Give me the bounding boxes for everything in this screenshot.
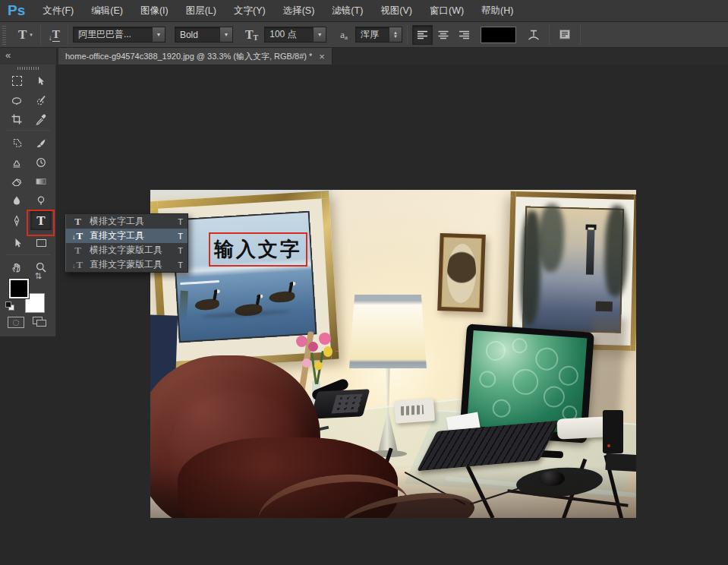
font-style-value: Bold bbox=[175, 30, 219, 40]
goose bbox=[269, 291, 295, 303]
quick-mask-icon bbox=[13, 320, 19, 326]
menu-layer[interactable]: 图层(L) bbox=[186, 5, 216, 17]
font-family-select[interactable]: 阿里巴巴普... ▼ bbox=[73, 27, 165, 43]
screen-mode-icon bbox=[31, 315, 48, 328]
tab-bar: home-office-g94574c388_1920.jpg @ 33.3% … bbox=[56, 48, 728, 65]
menu-help[interactable]: 帮助(H) bbox=[481, 5, 513, 17]
menu-type[interactable]: 文字(Y) bbox=[234, 5, 266, 17]
flyout-item-horizontal-type[interactable]: T 横排文字工具 T bbox=[65, 214, 188, 229]
crop-tool[interactable] bbox=[6, 109, 27, 128]
crop-icon bbox=[11, 113, 23, 125]
clone-stamp-icon bbox=[11, 156, 23, 169]
path-selection-tool[interactable] bbox=[6, 233, 27, 252]
flyout-item-shortcut: T bbox=[174, 232, 183, 241]
document-tab[interactable]: home-office-g94574c388_1920.jpg @ 33.3% … bbox=[58, 48, 332, 65]
blur-tool[interactable] bbox=[6, 191, 27, 210]
hand-tool[interactable] bbox=[6, 257, 27, 276]
separator bbox=[407, 25, 408, 45]
anti-alias-select[interactable]: 浑厚 ▲ ▼ bbox=[355, 27, 402, 43]
font-style-select[interactable]: Bold ▼ bbox=[175, 27, 233, 43]
quick-mask-button[interactable] bbox=[8, 317, 24, 328]
menu-edit[interactable]: 编辑(E) bbox=[91, 5, 123, 17]
chevron-down-icon: ▾ bbox=[30, 32, 33, 38]
healing-patch-icon bbox=[11, 137, 23, 150]
clone-stamp-tool[interactable] bbox=[6, 153, 27, 172]
font-size-dropdown-button[interactable]: ▼ bbox=[313, 27, 326, 42]
brush-tool[interactable] bbox=[30, 134, 52, 153]
marquee-tool[interactable] bbox=[6, 71, 27, 90]
align-left-icon bbox=[417, 30, 429, 40]
rectangle-icon bbox=[36, 239, 46, 247]
close-icon[interactable]: × bbox=[319, 52, 325, 61]
flyout-item-vertical-type-mask[interactable]: ↓T 直排文字蒙版工具 T bbox=[65, 257, 188, 272]
font-size-value: 100 点 bbox=[265, 28, 313, 41]
font-family-dropdown-button[interactable]: ▼ bbox=[152, 27, 165, 42]
tools-grip[interactable] bbox=[17, 67, 39, 70]
toggle-text-orientation-button[interactable]: ↓ T bbox=[46, 28, 63, 42]
photoshop-window: Ps 文件(F) 编辑(E) 图像(I) 图层(L) 文字(Y) 选择(S) 滤… bbox=[0, 0, 728, 565]
flyout-item-shortcut: T bbox=[174, 246, 183, 255]
quick-selection-tool[interactable] bbox=[30, 90, 52, 109]
oval-picture-frame bbox=[437, 233, 486, 312]
toggle-panels-button[interactable] bbox=[554, 28, 575, 41]
align-right-icon bbox=[458, 30, 470, 40]
dodge-tool[interactable] bbox=[30, 191, 52, 210]
size-icon-small: T bbox=[254, 33, 259, 42]
blur-drop-icon bbox=[11, 194, 23, 207]
size-icon-large: T bbox=[245, 28, 254, 42]
speaker bbox=[603, 410, 623, 453]
anti-alias-stepper[interactable]: ▲ ▼ bbox=[389, 27, 402, 42]
history-brush-tool[interactable] bbox=[30, 153, 52, 172]
toolbar-collapse-button[interactable]: « bbox=[0, 48, 56, 65]
marquee-icon bbox=[12, 76, 22, 86]
brush-icon bbox=[35, 137, 47, 150]
options-grip[interactable] bbox=[2, 25, 6, 45]
orientation-letter: T bbox=[52, 28, 60, 42]
font-family-value: 阿里巴巴普... bbox=[74, 28, 152, 41]
device-buttons bbox=[401, 405, 424, 415]
photoshop-logo[interactable]: Ps bbox=[8, 2, 25, 19]
align-center-button[interactable] bbox=[433, 25, 453, 45]
trees-left-2 bbox=[537, 204, 565, 273]
menu-select[interactable]: 选择(S) bbox=[283, 5, 315, 17]
eraser-tool[interactable] bbox=[6, 172, 27, 191]
type-tool-preset[interactable]: T ▾ bbox=[15, 27, 36, 43]
font-size-icon: T T bbox=[242, 28, 261, 42]
eyedropper-tool[interactable] bbox=[30, 109, 52, 128]
font-style-dropdown-button[interactable]: ▼ bbox=[219, 27, 232, 42]
pen-tool[interactable] bbox=[6, 211, 27, 230]
flyout-item-label: 直排文字工具 bbox=[90, 229, 174, 242]
align-left-button[interactable] bbox=[412, 25, 433, 45]
lasso-tool[interactable] bbox=[6, 90, 27, 109]
menu-view[interactable]: 视图(V) bbox=[380, 5, 412, 17]
document-canvas[interactable]: 输入文字 bbox=[150, 190, 636, 518]
lighthouse-painting bbox=[522, 206, 624, 333]
router bbox=[556, 416, 607, 439]
menu-window[interactable]: 窗口(W) bbox=[430, 5, 464, 17]
align-right-button[interactable] bbox=[453, 25, 474, 45]
flyout-item-horizontal-type-mask[interactable]: T 横排文字蒙版工具 T bbox=[65, 243, 188, 257]
menu-filter[interactable]: 滤镜(T) bbox=[332, 5, 363, 17]
warp-text-button[interactable] bbox=[523, 28, 544, 42]
telephone bbox=[310, 389, 370, 419]
type-tool-icon: T bbox=[18, 27, 27, 43]
screen-mode-button[interactable] bbox=[31, 315, 48, 331]
gradient-tool[interactable] bbox=[30, 172, 52, 191]
panels-icon bbox=[557, 28, 572, 41]
default-colors-icon[interactable] bbox=[5, 301, 15, 311]
menu-image[interactable]: 图像(I) bbox=[140, 5, 169, 17]
foreground-color-swatch[interactable] bbox=[9, 279, 29, 298]
swap-colors-icon[interactable]: ⇄ bbox=[33, 273, 43, 279]
dodge-icon bbox=[35, 194, 47, 207]
gradient-icon bbox=[35, 175, 47, 188]
eyedropper-icon bbox=[35, 113, 47, 125]
hand-icon bbox=[11, 261, 23, 273]
lamp-shade bbox=[349, 295, 427, 368]
font-size-select[interactable]: 100 点 ▼ bbox=[264, 27, 326, 43]
flyout-item-vertical-type[interactable]: ↓T 直排文字工具 T bbox=[65, 229, 188, 243]
healing-brush-tool[interactable] bbox=[6, 134, 27, 153]
text-color-swatch[interactable] bbox=[481, 27, 515, 43]
magnifier-icon bbox=[35, 261, 47, 273]
menu-file[interactable]: 文件(F) bbox=[43, 5, 74, 17]
move-tool[interactable] bbox=[30, 71, 52, 90]
